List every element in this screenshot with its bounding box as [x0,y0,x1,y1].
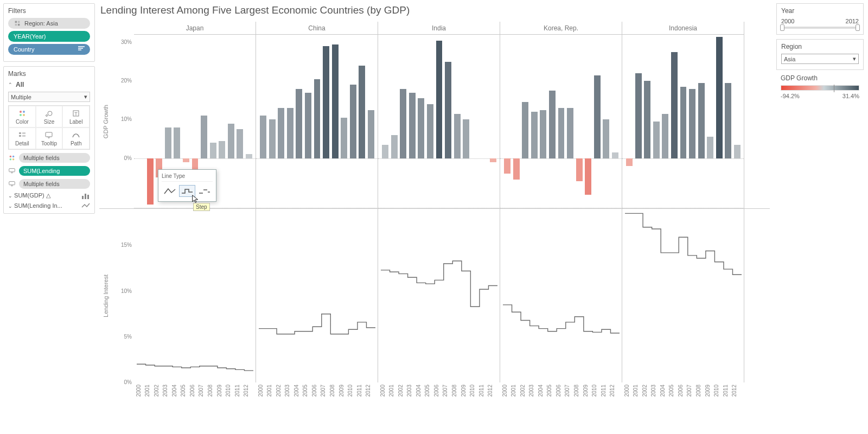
marks-detail-button[interactable]: Detail [9,127,36,149]
bar[interactable] [237,129,243,158]
bar[interactable] [359,66,365,158]
line-type-step-button[interactable] [179,185,195,197]
bar[interactable] [400,89,406,158]
bar[interactable] [287,108,293,158]
bar[interactable] [567,108,573,158]
bar[interactable] [332,44,339,158]
step-line [625,213,742,275]
bar[interactable] [603,119,609,158]
bar[interactable] [165,127,171,158]
bar[interactable] [716,37,723,158]
bar[interactable] [341,118,347,158]
bar[interactable] [734,145,741,158]
bar[interactable] [635,73,642,158]
bar[interactable] [269,119,276,158]
bar[interactable] [549,91,556,158]
right-panel: Year 2000 2012 Region Asia ▾ GDP Growth … [773,0,868,434]
filter-pill-year[interactable]: YEAR(Year) [8,31,90,42]
bar[interactable] [382,145,388,158]
bar[interactable] [210,143,216,158]
bar[interactable] [585,158,591,195]
marks-color-button[interactable]: Color [9,106,36,127]
bar[interactable] [540,110,546,158]
marks-tooltip-button[interactable]: Tooltip [36,127,63,149]
bar[interactable] [698,83,705,158]
marks-all-row[interactable]: ⌃ All [8,81,90,88]
bar[interactable] [305,93,311,158]
color-gradient[interactable] [781,85,859,91]
facet-top-plot[interactable] [256,35,378,208]
region-dropdown[interactable]: Asia ▾ [781,54,859,64]
bar[interactable] [183,158,189,162]
bar[interactable] [644,81,650,158]
marks-path-button[interactable]: Path [62,127,90,149]
svg-point-20 [12,158,15,161]
legend-max: 31.4% [843,93,859,99]
bar[interactable] [278,108,284,158]
shelf-tooltip-multiple[interactable]: Multiple fields [8,179,90,189]
facet-bottom-plot[interactable] [500,209,622,382]
slider-handle-min[interactable] [780,24,784,31]
bar[interactable] [246,154,252,158]
bar[interactable] [350,85,356,158]
facet-top-plot[interactable] [500,35,622,208]
bar[interactable] [504,158,510,174]
marks-size-button[interactable]: Size [36,106,63,127]
svg-point-9 [48,111,52,116]
bar[interactable] [427,104,433,158]
slider-handle-max[interactable] [856,24,860,31]
bar[interactable] [490,158,496,162]
bar[interactable] [296,89,302,158]
bar[interactable] [454,114,461,158]
bar[interactable] [260,116,266,158]
bar[interactable] [228,124,234,158]
marks-sum-lending-row[interactable]: ⌄ SUM(Lending In... [8,202,90,209]
bar[interactable] [436,41,443,158]
facet-bottom-plot[interactable] [256,209,378,382]
bar[interactable] [707,137,713,158]
bar[interactable] [680,87,687,158]
bar[interactable] [689,89,695,158]
marks-sum-gdp-row[interactable]: ⌄ SUM(GDP) △ [8,192,90,199]
bar[interactable] [626,158,633,166]
bar[interactable] [653,122,660,158]
facet-top-plot[interactable] [378,35,500,208]
bar[interactable] [368,110,374,158]
bar[interactable] [612,152,618,158]
shelf-tooltip-sum[interactable]: SUM(Lending [8,166,90,176]
facet-bottom-plot[interactable] [622,209,744,382]
bar[interactable] [662,114,668,158]
bar[interactable] [409,93,416,158]
bar[interactable] [531,112,538,158]
year-slider[interactable] [781,27,859,29]
bar[interactable] [558,108,565,158]
x-tick: 2009 [705,385,711,397]
bar[interactable] [147,158,154,205]
facet-top-plot[interactable] [622,35,744,208]
bar[interactable] [463,119,469,158]
bar[interactable] [522,102,528,158]
line-type-linear-button[interactable] [162,185,178,197]
bar[interactable] [174,127,180,158]
bar[interactable] [513,158,520,180]
bar[interactable] [418,98,424,158]
bar[interactable] [445,62,451,158]
bar[interactable] [201,116,207,158]
marks-type-dropdown[interactable]: Multiple▾ [8,92,90,102]
bar[interactable] [576,158,583,182]
bar[interactable] [323,46,329,158]
bar[interactable] [391,135,398,158]
facet-bottom-plot[interactable] [134,209,256,382]
line-type-jump-button[interactable] [196,185,213,197]
marks-label-button[interactable]: T Label [62,106,90,127]
x-tick: 2010 [347,385,353,397]
bar[interactable] [219,141,225,158]
facet-bottom-plot[interactable] [378,209,500,382]
bar[interactable] [594,75,601,158]
shelf-color-multiple[interactable]: Multiple fields [8,153,90,163]
filter-pill-country[interactable]: Country [8,44,90,55]
bar[interactable] [725,83,731,158]
bar[interactable] [314,79,321,158]
bar[interactable] [671,52,678,158]
filter-pill-region[interactable]: Region: Asia [8,18,90,29]
